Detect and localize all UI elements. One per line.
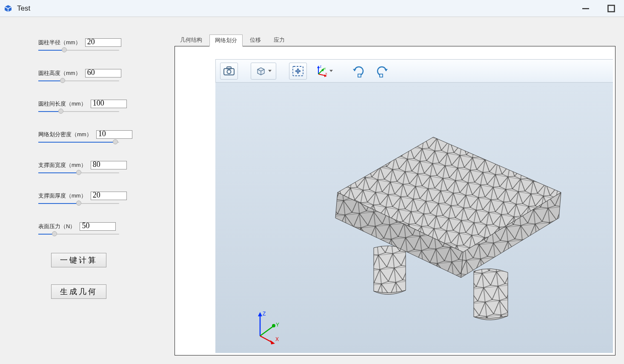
svg-marker-26 <box>258 312 262 316</box>
tab-bar: 几何结构 网络划分 位移 应力 <box>175 34 615 46</box>
slider-height[interactable] <box>38 79 119 83</box>
fit-view-icon <box>292 66 304 77</box>
rotate-cw-button[interactable] <box>349 63 368 80</box>
param-input-mesh[interactable]: 10 <box>96 130 132 139</box>
viewport-frame: Z Y X <box>175 46 615 355</box>
param-support-thickness: 支撑面厚度（mm） 20 <box>38 192 145 205</box>
param-label: 表面压力（N） <box>38 223 75 230</box>
param-input-pressure[interactable]: 50 <box>80 222 116 231</box>
param-label: 网络划分密度（mm） <box>38 131 92 138</box>
tab-stress[interactable]: 应力 <box>268 34 290 46</box>
param-label: 支撑面宽度（mm） <box>38 161 86 169</box>
svg-point-28 <box>272 324 275 327</box>
param-cylinder-radius: 圆柱半径（mm） 20 <box>38 38 145 52</box>
param-cylinder-gap: 圆柱间长度（mm） 100 <box>38 100 145 113</box>
svg-point-4 <box>227 70 231 74</box>
dropdown-caret-icon <box>268 70 272 72</box>
axis-y-label: Y <box>276 322 279 328</box>
param-support-width: 支撑面宽度（mm） 80 <box>38 161 145 175</box>
param-label: 圆柱半径（mm） <box>38 39 81 46</box>
slider-support-thickness[interactable] <box>38 202 119 205</box>
svg-line-27 <box>260 327 273 336</box>
axes-dropdown[interactable]: Z Y X <box>311 63 337 80</box>
axes-icon: Z Y X <box>315 65 328 77</box>
param-label: 支撑面厚度（mm） <box>38 192 86 200</box>
svg-rect-0 <box>582 8 589 9</box>
svg-text:Y: Y <box>324 67 326 70</box>
svg-rect-17 <box>380 74 383 77</box>
axis-triad: Z Y X <box>252 310 277 336</box>
tab-mesh[interactable]: 网络划分 <box>209 34 243 46</box>
app-logo-icon <box>3 3 14 14</box>
tab-geometry[interactable]: 几何结构 <box>175 34 208 46</box>
cube-icon <box>255 66 266 77</box>
svg-marker-30 <box>270 340 275 344</box>
param-cylinder-height: 圆柱高度（mm） 60 <box>38 69 145 83</box>
svg-text:X: X <box>325 72 327 75</box>
svg-rect-3 <box>227 67 231 69</box>
param-label: 圆柱高度（mm） <box>38 69 81 77</box>
parameter-sidebar: 圆柱半径（mm） 20 圆柱高度（mm） 60 圆柱间长度（mm） 100 <box>0 17 162 364</box>
tab-displacement[interactable]: 位移 <box>244 34 266 46</box>
svg-rect-1 <box>608 5 615 11</box>
compute-button[interactable]: 一键计算 <box>51 253 106 267</box>
titlebar: Test <box>0 0 624 17</box>
slider-mesh[interactable] <box>38 140 119 144</box>
axis-z-label: Z <box>263 311 266 317</box>
minimize-button[interactable] <box>581 4 590 13</box>
slider-support-width[interactable] <box>38 171 119 175</box>
axis-x-label: X <box>275 336 279 342</box>
param-label: 圆柱间长度（mm） <box>38 100 86 108</box>
cube-view-dropdown[interactable] <box>251 63 276 80</box>
3d-viewport[interactable]: Z Y X <box>215 83 613 353</box>
rotate-ccw-button[interactable] <box>372 63 391 80</box>
svg-marker-16 <box>353 69 356 71</box>
param-mesh-density: 网络划分密度（mm） 10 <box>38 130 145 144</box>
param-input-support-thickness[interactable]: 20 <box>91 192 127 200</box>
svg-rect-15 <box>358 74 361 77</box>
fit-view-button[interactable] <box>289 63 307 80</box>
svg-text:Z: Z <box>320 65 322 68</box>
param-input-radius[interactable]: 20 <box>85 38 121 47</box>
slider-radius[interactable] <box>38 49 119 52</box>
window-title: Test <box>17 4 30 13</box>
rotate-ccw-icon <box>375 64 389 78</box>
camera-button[interactable] <box>220 63 238 80</box>
rotate-cw-icon <box>352 64 366 78</box>
param-input-support-width[interactable]: 80 <box>91 161 127 169</box>
param-surface-pressure: 表面压力（N） 50 <box>38 222 145 236</box>
param-input-gap[interactable]: 100 <box>91 100 127 108</box>
mesh-geometry-render <box>261 107 567 329</box>
param-input-height[interactable]: 60 <box>85 69 121 77</box>
viewport-toolbar: Z Y X <box>215 59 613 83</box>
slider-gap[interactable] <box>38 110 119 113</box>
generate-geometry-button[interactable]: 生成几何 <box>51 284 106 299</box>
svg-marker-18 <box>384 69 388 71</box>
maximize-button[interactable] <box>607 4 615 13</box>
dropdown-caret-icon <box>329 70 333 72</box>
camera-icon <box>223 66 235 76</box>
slider-pressure[interactable] <box>38 232 119 236</box>
